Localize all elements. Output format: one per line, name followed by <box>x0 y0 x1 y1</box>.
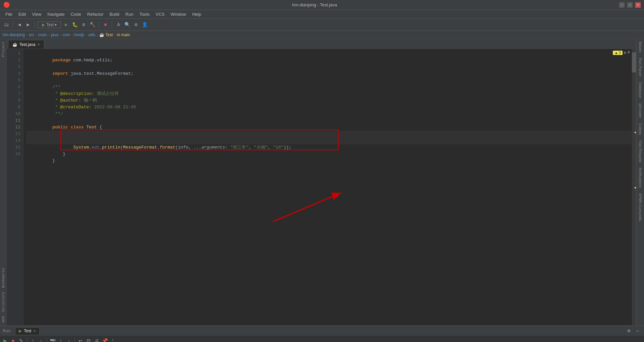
code-line-6: * @description: 测试占位符 <box>26 84 633 91</box>
warning-count: ▲ 3 <box>613 51 622 55</box>
maven-panel-tab[interactable]: Maven <box>638 40 642 54</box>
left-sidebar: Project Bookmarks Structure Web <box>0 39 7 325</box>
minimize-button[interactable]: ─ <box>619 2 625 8</box>
run-parser-panel-tab[interactable]: Run Parser <box>638 57 642 78</box>
far-right-sidebar: Maven Run Parser Database alXcoder Codot… <box>636 39 644 325</box>
warnings-nav-up[interactable]: ▲ <box>624 50 626 55</box>
code-editor[interactable]: ▲ 3 ▲ ▼ 1 2 3 4 5 ▼ 6 7 8 9 10 11 <box>7 49 636 325</box>
translate-icon[interactable]: A <box>115 21 122 28</box>
account-icon[interactable]: 👤 <box>141 21 148 28</box>
back-icon[interactable]: ◀ <box>16 21 23 28</box>
maximize-button[interactable]: □ <box>627 2 633 8</box>
stop-run-button[interactable]: ■ <box>9 337 17 342</box>
menu-item-build[interactable]: Build <box>107 11 122 17</box>
run-panel-actions: ⚙ — <box>625 327 641 335</box>
forward-icon[interactable]: ▶ <box>24 21 32 28</box>
run-settings-button[interactable]: ✎ <box>17 337 25 342</box>
close-button[interactable]: ✕ <box>635 2 641 8</box>
database-panel-tab[interactable]: Database <box>638 81 642 99</box>
menu-item-view[interactable]: View <box>29 11 44 17</box>
tab-close-button[interactable]: ✕ <box>37 43 40 46</box>
project-icon[interactable]: 🗂 <box>3 21 10 28</box>
run-toolbar-sep <box>27 337 27 342</box>
breadcrumb-main-method[interactable]: m main <box>117 33 130 37</box>
run-config-button[interactable]: ▶ Test ▾ <box>38 21 61 28</box>
scroll-up2-button[interactable]: ↑ <box>57 337 64 342</box>
window-controls[interactable]: ─ □ ✕ <box>619 2 641 8</box>
warnings-nav-down[interactable]: ▼ <box>628 50 630 55</box>
run-panel-label: Run: <box>3 329 11 333</box>
print-button[interactable]: 🖨 <box>93 337 100 342</box>
run-panel-settings-button[interactable]: ⚙ <box>625 327 633 335</box>
code-content[interactable]: package com.hmdp.utils; import java.text… <box>23 49 636 325</box>
tab-label: Test.java <box>19 42 35 47</box>
pin-button[interactable]: 📌 <box>101 337 108 342</box>
breadcrumb-src[interactable]: src <box>29 33 34 37</box>
toolbar-separator-3 <box>99 21 99 28</box>
coverage-button[interactable]: ⚙ <box>80 21 87 28</box>
stop-button[interactable]: ■ <box>102 21 109 28</box>
line-num-13: 13 <box>7 131 20 137</box>
run-panel-minimize-button[interactable]: — <box>634 327 641 335</box>
breadcrumb-utils[interactable]: utils <box>88 33 95 37</box>
breadcrumb-test-class[interactable]: ☕ Test <box>99 33 113 37</box>
alxcoder-panel-tab[interactable]: alXcoder <box>638 102 642 119</box>
scroll-up-button[interactable]: ↑ <box>29 337 37 342</box>
code-line-2 <box>26 57 633 64</box>
filter-button[interactable]: ⊟ <box>85 337 92 342</box>
pmn-panel-tab[interactable]: #PMN-Cumunda- <box>638 192 642 223</box>
run-tab-test[interactable]: ▶ Test ✕ <box>15 327 40 335</box>
warnings-indicator: ▲ 3 ▲ ▼ <box>613 50 630 55</box>
menu-item-navigate[interactable]: Navigate <box>45 11 67 17</box>
wrap-button[interactable]: ↩ <box>77 337 84 342</box>
menu-item-refactor[interactable]: Refactor <box>85 11 106 17</box>
line-num-6: 6 <box>7 84 20 91</box>
menu-item-vcs[interactable]: VCS <box>153 11 167 17</box>
notifications-panel-tab[interactable]: Notifications <box>638 166 642 189</box>
run-config-label: Test ▾ <box>46 22 57 27</box>
menu-item-run[interactable]: Run <box>123 11 136 17</box>
editor-tab-test[interactable]: ☕ Test.java ✕ <box>8 40 44 49</box>
sidebar-project-tab[interactable]: Project <box>1 40 6 58</box>
run-button[interactable]: ▶ <box>62 21 70 28</box>
sidebar-web-tab[interactable]: Web <box>1 315 6 324</box>
breadcrumb-java[interactable]: java <box>51 33 58 37</box>
toolbar-separator-4 <box>112 21 112 28</box>
fast-request-panel-tab[interactable]: Fast Request <box>638 139 642 164</box>
menu-item-edit[interactable]: Edit <box>16 11 29 17</box>
breadcrumb-sep-3: › <box>48 33 50 37</box>
code-line-7: * @author: 魄一鹤 <box>26 91 633 97</box>
menu-item-window[interactable]: Window <box>168 11 189 17</box>
vertical-scrollbar[interactable] <box>632 49 636 325</box>
debug-button[interactable]: 🐛 <box>71 21 78 28</box>
breadcrumb-main[interactable]: main <box>38 33 47 37</box>
sidebar-structure-tab[interactable]: Structure <box>1 291 6 313</box>
menu-item-tools[interactable]: Tools <box>137 11 152 17</box>
main-area: Project Bookmarks Structure Web ☕ Test.j… <box>0 39 644 325</box>
code-line-10 <box>26 111 633 117</box>
tab-java-icon: ☕ <box>12 42 17 47</box>
run-tab-close-button[interactable]: ✕ <box>33 329 36 333</box>
expand-button[interactable]: ⋮ <box>109 337 116 342</box>
build-button[interactable]: 🔨 <box>89 21 96 28</box>
search-icon[interactable]: 🔍 <box>123 21 131 28</box>
screenshot-button[interactable]: 📷 <box>49 337 56 342</box>
menu-item-code[interactable]: Code <box>68 11 84 17</box>
rerun-button[interactable]: ▶ <box>1 337 9 342</box>
code-line-4 <box>26 70 633 77</box>
line-num-7: 7 <box>7 91 20 97</box>
scrollbar-thumb[interactable] <box>632 52 636 72</box>
scroll-down-button[interactable]: ↓ <box>37 337 45 342</box>
breadcrumb-hmdp[interactable]: hmdp <box>74 33 84 37</box>
sidebar-bookmarks-tab[interactable]: Bookmarks <box>1 267 6 289</box>
breadcrumb-com[interactable]: com <box>62 33 70 37</box>
menu-item-help[interactable]: Help <box>190 11 204 17</box>
menu-item-file[interactable]: File <box>3 11 15 17</box>
run-config-icon: ▶ <box>42 22 45 27</box>
svg-line-0 <box>273 193 341 222</box>
line-num-5: 5 ▼ <box>7 77 20 84</box>
breadcrumb-project[interactable]: hm-dianping <box>3 33 25 37</box>
settings-icon[interactable]: ⚙ <box>132 21 140 28</box>
scroll-down2-button[interactable]: ↓ <box>65 337 72 342</box>
codota-panel-tab[interactable]: Codota <box>638 122 642 136</box>
